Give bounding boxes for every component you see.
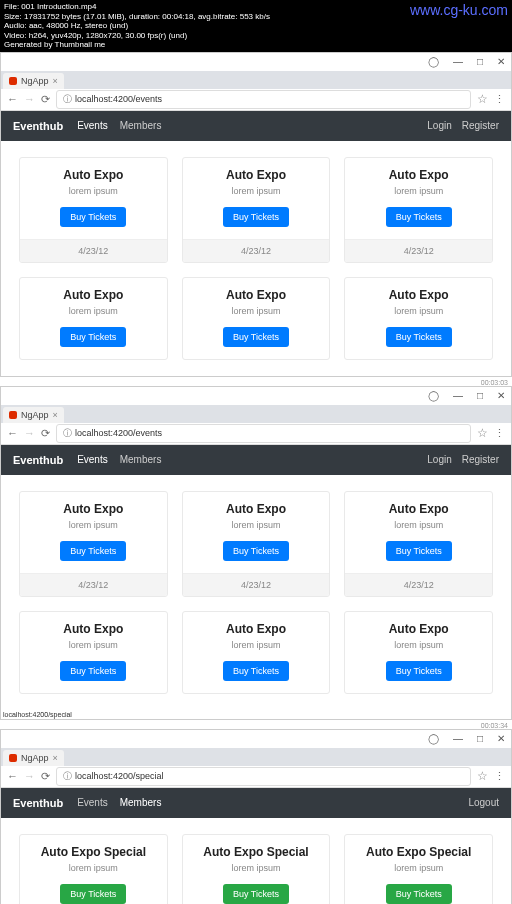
nav-events[interactable]: Events — [77, 797, 108, 808]
buy-tickets-button[interactable]: Buy Tickets — [223, 884, 289, 904]
buy-tickets-button[interactable]: Buy Tickets — [386, 884, 452, 904]
buy-tickets-button[interactable]: Buy Tickets — [223, 207, 289, 227]
bookmark-icon[interactable]: ☆ — [477, 426, 488, 440]
window-controls: ◯—□✕ — [1, 387, 511, 405]
buy-tickets-button[interactable]: Buy Tickets — [386, 661, 452, 681]
card-body: Auto Expolorem ipsumBuy Tickets — [20, 278, 167, 359]
close-icon[interactable]: × — [53, 76, 58, 86]
nav-register[interactable]: Register — [462, 120, 499, 131]
buy-tickets-button[interactable]: Buy Tickets — [386, 327, 452, 347]
card-subtitle: lorem ipsum — [189, 863, 324, 873]
menu-icon[interactable]: ⋮ — [494, 93, 505, 106]
max-icon[interactable]: □ — [477, 733, 483, 744]
forward-icon[interactable]: → — [24, 93, 35, 105]
nav-login[interactable]: Login — [427, 454, 451, 465]
close-icon[interactable]: ✕ — [497, 733, 505, 744]
window-controls: ◯—□✕ — [1, 730, 511, 748]
tab-label: NgApp — [21, 753, 49, 763]
close-icon[interactable]: ✕ — [497, 390, 505, 401]
reload-icon[interactable]: ⟳ — [41, 770, 50, 783]
menu-icon[interactable]: ⋮ — [494, 427, 505, 440]
browser-tab[interactable]: NgApp× — [3, 73, 64, 89]
user-icon[interactable]: ◯ — [428, 733, 439, 744]
tab-label: NgApp — [21, 76, 49, 86]
min-icon[interactable]: — — [453, 56, 463, 67]
back-icon[interactable]: ← — [7, 427, 18, 439]
cards-grid: Auto Expolorem ipsumBuy Tickets4/23/12Au… — [1, 475, 511, 710]
card-title: Auto Expo — [351, 168, 486, 182]
buy-tickets-button[interactable]: Buy Tickets — [60, 207, 126, 227]
user-icon[interactable]: ◯ — [428, 390, 439, 401]
buy-tickets-button[interactable]: Buy Tickets — [60, 661, 126, 681]
nav-events[interactable]: Events — [77, 454, 108, 465]
info-icon[interactable]: ⓘ — [63, 93, 72, 106]
brand[interactable]: Eventhub — [13, 120, 63, 132]
url-input[interactable]: ⓘlocalhost:4200/special — [56, 767, 471, 786]
forward-icon[interactable]: → — [24, 770, 35, 782]
url-input[interactable]: ⓘlocalhost:4200/events — [56, 90, 471, 109]
cards-grid: Auto Expo Speciallorem ipsumBuy Tickets4… — [1, 818, 511, 904]
buy-tickets-button[interactable]: Buy Tickets — [223, 327, 289, 347]
card-date: 4/23/12 — [183, 573, 330, 596]
card-body: Auto Expolorem ipsumBuy Tickets — [20, 612, 167, 693]
brand[interactable]: Eventhub — [13, 797, 63, 809]
buy-tickets-button[interactable]: Buy Tickets — [386, 207, 452, 227]
close-icon[interactable]: × — [53, 753, 58, 763]
back-icon[interactable]: ← — [7, 93, 18, 105]
nav-events[interactable]: Events — [77, 120, 108, 131]
menu-icon[interactable]: ⋮ — [494, 770, 505, 783]
bookmark-icon[interactable]: ☆ — [477, 92, 488, 106]
card-subtitle: lorem ipsum — [351, 863, 486, 873]
card-subtitle: lorem ipsum — [351, 186, 486, 196]
card-date: 4/23/12 — [20, 573, 167, 596]
angular-icon — [9, 77, 17, 85]
card-body: Auto Expolorem ipsumBuy Tickets — [20, 492, 167, 573]
nav-members[interactable]: Members — [120, 454, 162, 465]
buy-tickets-button[interactable]: Buy Tickets — [60, 884, 126, 904]
max-icon[interactable]: □ — [477, 390, 483, 401]
nav-right: LoginRegister — [427, 120, 499, 131]
nav-links: EventsMembers — [77, 797, 468, 808]
info-icon[interactable]: ⓘ — [63, 770, 72, 783]
info-icon[interactable]: ⓘ — [63, 427, 72, 440]
frame-timestamp: 00:03:34 — [0, 722, 512, 729]
nav-login[interactable]: Login — [427, 120, 451, 131]
bookmark-icon[interactable]: ☆ — [477, 769, 488, 783]
reload-icon[interactable]: ⟳ — [41, 93, 50, 106]
max-icon[interactable]: □ — [477, 56, 483, 67]
file-metadata: File: 001 Introduction.mp4 Size: 1783175… — [0, 0, 512, 52]
card-title: Auto Expo — [189, 502, 324, 516]
min-icon[interactable]: — — [453, 390, 463, 401]
angular-icon — [9, 754, 17, 762]
forward-icon[interactable]: → — [24, 427, 35, 439]
close-icon[interactable]: ✕ — [497, 56, 505, 67]
event-card: Auto Expo Speciallorem ipsumBuy Tickets4… — [182, 834, 331, 904]
reload-icon[interactable]: ⟳ — [41, 427, 50, 440]
brand[interactable]: Eventhub — [13, 454, 63, 466]
meta-line: Video: h264, yuv420p, 1280x720, 30.00 fp… — [4, 31, 508, 41]
address-bar: ←→⟳ⓘlocalhost:4200/events☆⋮ — [1, 89, 511, 111]
url-input[interactable]: ⓘlocalhost:4200/events — [56, 424, 471, 443]
buy-tickets-button[interactable]: Buy Tickets — [386, 541, 452, 561]
browser-tab[interactable]: NgApp× — [3, 750, 64, 766]
buy-tickets-button[interactable]: Buy Tickets — [223, 541, 289, 561]
browser-window: ◯—□✕NgApp×←→⟳ⓘlocalhost:4200/events☆⋮Eve… — [0, 52, 512, 377]
address-bar: ←→⟳ⓘlocalhost:4200/special☆⋮ — [1, 766, 511, 788]
buy-tickets-button[interactable]: Buy Tickets — [60, 327, 126, 347]
url-text: localhost:4200/events — [75, 94, 162, 104]
back-icon[interactable]: ← — [7, 770, 18, 782]
min-icon[interactable]: — — [453, 733, 463, 744]
buy-tickets-button[interactable]: Buy Tickets — [223, 661, 289, 681]
user-icon[interactable]: ◯ — [428, 56, 439, 67]
cards-grid: Auto Expolorem ipsumBuy Tickets4/23/12Au… — [1, 141, 511, 376]
card-subtitle: lorem ipsum — [26, 186, 161, 196]
browser-tab[interactable]: NgApp× — [3, 407, 64, 423]
nav-members[interactable]: Members — [120, 120, 162, 131]
card-title: Auto Expo — [26, 288, 161, 302]
buy-tickets-button[interactable]: Buy Tickets — [60, 541, 126, 561]
nav-members[interactable]: Members — [120, 797, 162, 808]
close-icon[interactable]: × — [53, 410, 58, 420]
address-bar: ←→⟳ⓘlocalhost:4200/events☆⋮ — [1, 423, 511, 445]
nav-register[interactable]: Register — [462, 454, 499, 465]
nav-logout[interactable]: Logout — [468, 797, 499, 808]
